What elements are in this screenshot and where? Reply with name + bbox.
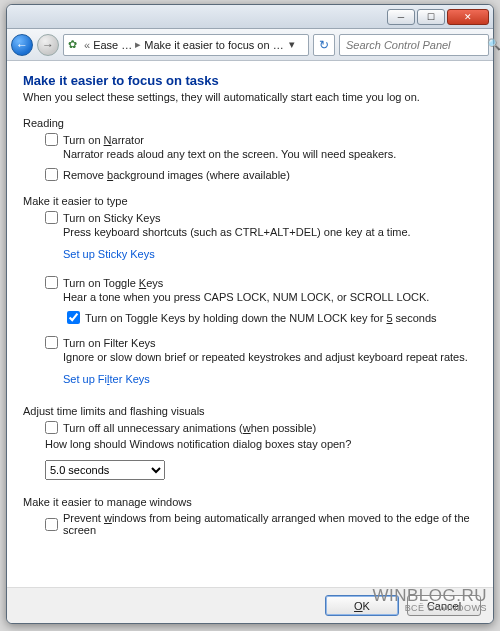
option-animations-off[interactable]: Turn off all unnecessary animations (whe… (45, 421, 477, 434)
section-windows: Make it easier to manage windows (23, 496, 477, 508)
button-bar: OK Cancel (7, 587, 493, 623)
back-button[interactable]: ← (11, 34, 33, 56)
label-animations-off: Turn off all unnecessary animations (whe… (63, 422, 316, 434)
ease-of-access-icon: ✿ (68, 38, 77, 51)
navigation-toolbar: ← → ✿ « Ease … ▸ Make it easier to focus… (7, 29, 493, 61)
label-prevent-auto-arrange: Prevent windows from being automatically… (63, 512, 477, 536)
checkbox-animations-off[interactable] (45, 421, 58, 434)
breadcrumb[interactable]: ✿ « Ease … ▸ Make it easier to focus on … (63, 34, 309, 56)
breadcrumb-dropdown-icon[interactable]: ▾ (284, 38, 300, 51)
label-remove-bg: Remove background images (where availabl… (63, 169, 290, 181)
ok-button[interactable]: OK (325, 595, 399, 616)
chevron-right-icon: ▸ (132, 38, 144, 51)
option-narrator[interactable]: Turn on Narrator (45, 133, 477, 146)
link-setup-filter-keys[interactable]: Set up Filter Keys (63, 373, 150, 385)
option-sticky-keys[interactable]: Turn on Sticky Keys (45, 211, 477, 224)
section-reading: Reading (23, 117, 477, 129)
label-toggle-keys-numlock: Turn on Toggle Keys by holding down the … (85, 312, 437, 324)
arrow-left-icon: ← (16, 38, 28, 52)
explain-filter-keys: Ignore or slow down brief or repeated ke… (63, 351, 477, 363)
checkbox-prevent-auto-arrange[interactable] (45, 518, 58, 531)
checkbox-narrator[interactable] (45, 133, 58, 146)
breadcrumb-seg-2[interactable]: Make it easier to focus on … (144, 39, 283, 51)
maximize-button[interactable]: ☐ (417, 9, 445, 25)
arrow-right-icon: → (42, 38, 54, 52)
checkbox-toggle-keys-numlock[interactable] (67, 311, 80, 324)
option-toggle-keys[interactable]: Turn on Toggle Keys (45, 276, 477, 289)
section-typing: Make it easier to type (23, 195, 477, 207)
explain-sticky-keys: Press keyboard shortcuts (such as CTRL+A… (63, 226, 477, 238)
cancel-button[interactable]: Cancel (407, 595, 481, 616)
close-button[interactable]: ✕ (447, 9, 489, 25)
link-setup-sticky-keys[interactable]: Set up Sticky Keys (63, 248, 155, 260)
checkbox-filter-keys[interactable] (45, 336, 58, 349)
page-subtitle: When you select these settings, they wil… (23, 91, 477, 103)
option-filter-keys[interactable]: Turn on Filter Keys (45, 336, 477, 349)
search-icon: 🔍 (487, 38, 500, 51)
option-prevent-auto-arrange[interactable]: Prevent windows from being automatically… (45, 512, 477, 536)
forward-button[interactable]: → (37, 34, 59, 56)
chevron-left-icon: « (81, 39, 93, 51)
label-notification-duration: How long should Windows notification dia… (45, 438, 477, 450)
window-frame: ─ ☐ ✕ ← → ✿ « Ease … ▸ Make it easier to… (6, 4, 494, 624)
search-input[interactable] (344, 38, 487, 52)
minimize-button[interactable]: ─ (387, 9, 415, 25)
select-notification-duration[interactable]: 5.0 seconds (45, 460, 165, 480)
label-filter-keys: Turn on Filter Keys (63, 337, 156, 349)
content-pane: Make it easier to focus on tasks When yo… (7, 61, 493, 587)
checkbox-sticky-keys[interactable] (45, 211, 58, 224)
label-sticky-keys: Turn on Sticky Keys (63, 212, 160, 224)
refresh-icon: ↻ (319, 38, 329, 52)
section-visuals: Adjust time limits and flashing visuals (23, 405, 477, 417)
refresh-button[interactable]: ↻ (313, 34, 335, 56)
explain-toggle-keys: Hear a tone when you press CAPS LOCK, NU… (63, 291, 477, 303)
checkbox-remove-bg[interactable] (45, 168, 58, 181)
page-title: Make it easier to focus on tasks (23, 73, 477, 88)
option-remove-bg[interactable]: Remove background images (where availabl… (45, 168, 477, 181)
label-narrator: Turn on Narrator (63, 134, 144, 146)
option-toggle-keys-numlock[interactable]: Turn on Toggle Keys by holding down the … (67, 311, 477, 324)
label-toggle-keys: Turn on Toggle Keys (63, 277, 163, 289)
checkbox-toggle-keys[interactable] (45, 276, 58, 289)
breadcrumb-seg-1[interactable]: Ease … (93, 39, 132, 51)
titlebar: ─ ☐ ✕ (7, 5, 493, 29)
search-box[interactable]: 🔍 (339, 34, 489, 56)
explain-narrator: Narrator reads aloud any text on the scr… (63, 148, 477, 160)
